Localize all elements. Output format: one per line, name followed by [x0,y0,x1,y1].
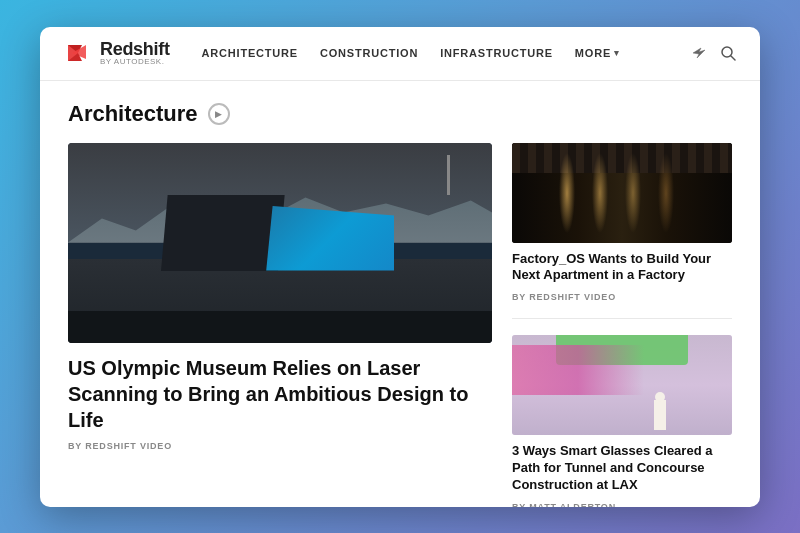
side-article-2: 3 Ways Smart Glasses Cleared a Path for … [512,335,732,506]
featured-article-byline: BY REDSHIFT VIDEO [68,441,492,451]
featured-article-text: US Olympic Museum Relies on Laser Scanni… [68,355,492,507]
logo-text: Redshift BY AUTODESK. [100,40,170,66]
svg-line-2 [731,56,735,60]
browser-window: Redshift BY AUTODESK. Architecture Const… [40,27,760,507]
tunnel-visual [512,143,732,243]
side-article-2-byline: BY MATT ALDERTON [512,502,732,507]
logo-icon [64,39,92,67]
side-article-1: Factory_OS Wants to Build Your Next Apar… [512,143,732,303]
section-arrow-button[interactable]: ▶ [208,103,230,125]
side-article-2-image [512,335,732,435]
arrow-icon: ▶ [215,109,222,119]
img-building-dark [161,195,284,271]
chevron-down-icon: ▾ [614,48,620,58]
side-article-1-title[interactable]: Factory_OS Wants to Build Your Next Apar… [512,251,732,285]
tunnel-pink-pipe [512,345,732,395]
side-divider [512,318,732,319]
section-title: Architecture [68,101,198,127]
featured-article-title[interactable]: US Olympic Museum Relies on Laser Scanni… [68,355,492,433]
nav-item-more[interactable]: More ▾ [575,47,620,59]
featured-img-visual [68,143,492,343]
nav-item-construction[interactable]: Construction [320,47,418,59]
search-icon[interactable] [721,46,736,61]
nav-action-icons [691,45,736,61]
side-article-1-image [512,143,732,243]
img-foreground [68,311,492,343]
section-header: Architecture ▶ [68,101,732,127]
featured-article: US Olympic Museum Relies on Laser Scanni… [68,143,492,507]
worker-figure [654,400,666,430]
nav-item-architecture[interactable]: Architecture [202,47,298,59]
lights-visual [512,143,732,243]
img-crane [447,155,450,195]
nav-item-infrastructure[interactable]: Infrastructure [440,47,553,59]
nav-links: Architecture Construction Infrastructure… [202,47,691,59]
featured-article-image [68,143,492,343]
nav-bar: Redshift BY AUTODESK. Architecture Const… [40,27,760,81]
logo-area: Redshift BY AUTODESK. [64,39,170,67]
img-building-main [161,195,394,271]
logo-by: BY AUTODESK. [100,58,170,66]
side-article-2-title[interactable]: 3 Ways Smart Glasses Cleared a Path for … [512,443,732,494]
articles-grid: US Olympic Museum Relies on Laser Scanni… [68,143,732,483]
side-article-1-byline: BY REDSHIFT VIDEO [512,292,732,302]
tunnel-inner-visual [512,335,732,435]
img-building-blue [266,206,394,271]
logo-name: Redshift [100,40,170,58]
side-articles: Factory_OS Wants to Build Your Next Apar… [512,143,732,507]
page-content: Architecture ▶ [40,81,760,507]
share-icon[interactable] [691,45,707,61]
